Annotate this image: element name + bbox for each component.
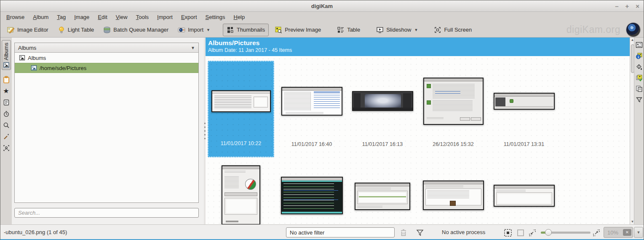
- zoom-in-icon[interactable]: [592, 228, 601, 237]
- menu-edit[interactable]: Edit: [94, 13, 111, 22]
- digikam-org-brand: digiKam.org: [567, 24, 620, 35]
- sidebar-tab-versions[interactable]: [635, 85, 643, 92]
- menu-album[interactable]: Album: [29, 13, 53, 22]
- thumbnail-item-selected[interactable]: 11/01/2017 10:22: [208, 61, 274, 157]
- tags-icon: [3, 76, 10, 84]
- tree-item-albums-root[interactable]: Albums: [15, 53, 198, 63]
- trash-icon[interactable]: [400, 229, 407, 237]
- sidebar-tab-albums[interactable]: Albums: [2, 40, 11, 70]
- album-tree-header[interactable]: Albums ▼: [15, 43, 198, 53]
- menu-image[interactable]: Image: [70, 13, 94, 22]
- tree-header-dropdown-icon: ▼: [191, 46, 195, 50]
- menu-help[interactable]: Help: [229, 13, 249, 22]
- window-controls: – + ×: [615, 0, 639, 12]
- thumbnail-item[interactable]: [420, 161, 486, 224]
- image-editor-button[interactable]: Image Editor: [4, 24, 52, 36]
- thumbnail-item[interactable]: [208, 161, 274, 224]
- chevron-down-icon: ▼: [637, 230, 641, 235]
- tree-item-label: Albums: [28, 55, 46, 61]
- zoom-level-value: 10%: [607, 229, 618, 236]
- menu-export[interactable]: Export: [177, 13, 201, 22]
- fit-to-window-icon[interactable]: [503, 228, 513, 237]
- menu-view[interactable]: View: [112, 13, 132, 22]
- album-search-input[interactable]: [14, 208, 199, 218]
- table-label: Table: [347, 27, 360, 33]
- album-banner-subtitle: Album Date: 11 Jan 2017 - 45 Items: [208, 47, 630, 53]
- import-label: Import: [188, 27, 203, 33]
- thumbnail-item[interactable]: [278, 161, 345, 224]
- filter-funnel-icon[interactable]: [416, 229, 424, 237]
- thumbnails-button[interactable]: Thumbnails: [223, 24, 269, 36]
- sidebar-tab-tags[interactable]: [3, 76, 10, 84]
- tree-item-pictures[interactable]: /home/sde/Pictures: [15, 63, 198, 73]
- menu-tag[interactable]: Tag: [53, 13, 70, 22]
- content-area: Albums ★ Albums ▼: [0, 38, 644, 224]
- thumbnail-grid: 11/01/2017 10:22 11/01/2017 16:40: [206, 56, 630, 224]
- sidebar-tab-properties[interactable]: [635, 41, 643, 49]
- image-editor-label: Image Editor: [17, 27, 48, 33]
- sidebar-tab-captions[interactable]: [635, 74, 643, 81]
- thumbnail-image: [211, 90, 271, 112]
- sidebar-tab-similarity[interactable]: [3, 133, 10, 140]
- table-icon: [337, 26, 345, 34]
- zoom-level-combobox[interactable]: 10% ✕: [604, 227, 633, 238]
- zoom-slider[interactable]: [541, 232, 591, 234]
- close-button[interactable]: ×: [636, 3, 639, 9]
- menu-browse[interactable]: Browse: [2, 13, 29, 22]
- thumbnail-item[interactable]: 11/01/2017 16:40: [278, 61, 345, 157]
- clear-zoom-icon[interactable]: ✕: [623, 229, 631, 236]
- zoom-dropdown-button[interactable]: ▼: [634, 227, 643, 238]
- thumbnail-item[interactable]: 26/12/2016 15:32: [420, 61, 486, 157]
- minimize-button[interactable]: –: [615, 3, 618, 9]
- main-toolbar: Image Editor Light Table Batch Queue Man…: [0, 22, 644, 38]
- sidebar-tab-colors[interactable]: [635, 63, 643, 70]
- menu-tools[interactable]: Tools: [132, 13, 153, 22]
- similarity-icon: [3, 133, 10, 140]
- album-banner-title: Albums/Pictures: [208, 39, 630, 47]
- preview-image-button[interactable]: Preview Image: [271, 24, 324, 36]
- zoom-out-icon[interactable]: [528, 228, 537, 237]
- table-button[interactable]: Table: [334, 24, 363, 36]
- import-dropdown-arrow: ▼: [206, 28, 210, 32]
- sidebar-tab-search[interactable]: [3, 121, 10, 129]
- album-folder-icon: [31, 65, 37, 71]
- thumbnail-date: 11/01/2017 13:31: [504, 141, 544, 157]
- thumbnail-item[interactable]: [349, 161, 416, 224]
- slideshow-button[interactable]: Slideshow ▼: [373, 24, 421, 36]
- album-tree: Albums ▼ Albums /home/sde/Pictures: [14, 43, 199, 203]
- thumbnail-item[interactable]: 11/01/2017 16:13: [349, 61, 416, 157]
- thumbnails-label: Thumbnails: [237, 27, 265, 33]
- menu-settings[interactable]: Settings: [201, 13, 230, 22]
- sidebar-tab-people[interactable]: [3, 144, 10, 152]
- maximize-button[interactable]: +: [625, 3, 629, 9]
- album-panel: Albums ▼ Albums /home/sde/Pictures: [12, 38, 204, 224]
- thumbnail-item[interactable]: [491, 161, 557, 224]
- thumbnail-date: 11/01/2017 10:22: [221, 140, 261, 156]
- slideshow-label: Slideshow: [386, 27, 411, 33]
- sidebar-tab-metadata[interactable]: i: [635, 52, 643, 59]
- thumbnail-image: [494, 185, 555, 207]
- thumbnails-icon: [227, 26, 234, 34]
- batch-queue-label: Batch Queue Manager: [113, 27, 168, 33]
- sidebar-tab-labels[interactable]: ★: [3, 87, 10, 95]
- metadata-icon: i: [636, 52, 643, 59]
- zoom-slider-handle[interactable]: [545, 229, 552, 236]
- import-button[interactable]: Import ▼: [174, 24, 214, 36]
- album-root-icon: [19, 55, 25, 61]
- zoom-100-icon[interactable]: [516, 228, 525, 237]
- sidebar-tab-dates[interactable]: [3, 99, 10, 106]
- thumbnail-image: [355, 183, 410, 210]
- menu-import[interactable]: Import: [153, 13, 177, 22]
- light-table-button[interactable]: Light Table: [54, 24, 98, 36]
- sidebar-tab-timeline[interactable]: [3, 110, 10, 118]
- process-status: No active process: [442, 229, 485, 235]
- thumbnail-item[interactable]: 11/01/2017 13:31: [491, 61, 557, 157]
- slideshow-dropdown-arrow: ▼: [414, 28, 418, 32]
- slideshow-icon: [376, 26, 384, 34]
- full-screen-button[interactable]: Full Screen: [430, 24, 475, 36]
- filter-status-text: No active filter: [290, 229, 324, 236]
- sidebar-tab-filters[interactable]: [635, 96, 643, 103]
- batch-queue-manager-button[interactable]: Batch Queue Manager: [100, 24, 172, 36]
- filter-status-field[interactable]: No active filter: [286, 227, 395, 237]
- titlebar: digiKam – + ×: [0, 0, 644, 12]
